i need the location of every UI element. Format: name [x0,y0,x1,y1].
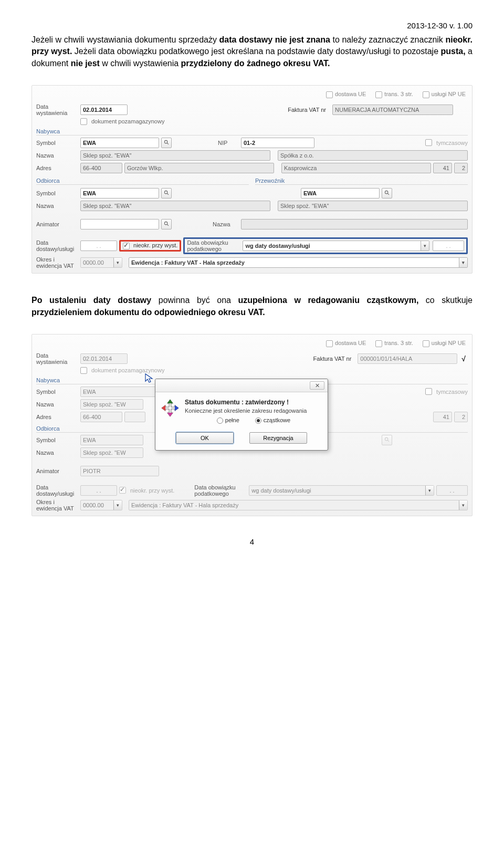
svg-point-2 [164,191,167,194]
chevron-down-icon [459,500,467,510]
t: usługi NP UE [432,91,466,97]
label-tymczasowy: tymczasowy [436,140,468,146]
move-arrows-icon [161,399,180,424]
combo-okres[interactable]: 0000.00 [80,257,122,268]
divider-4 [36,482,468,482]
field-faktura-nr[interactable]: NUMERACJA AUTOMATYCZNA [332,105,453,115]
chevron-down-icon [113,258,122,267]
search-button-disabled [382,435,392,445]
label-faktura: Faktura VAT nr [288,107,326,113]
section-przewoznik: Przewoźnik [255,177,468,185]
t: nieokr. przy wyst. [130,487,174,494]
t: 0000.00 [81,500,113,510]
checkbox-pozamagazynowy[interactable] [80,118,87,125]
svg-line-7 [167,225,169,226]
close-icon: ✕ [315,382,320,389]
field-data-dostawy[interactable]: . . [80,241,117,251]
field-symbol-przewoznik[interactable]: EWA [301,188,380,199]
t: Jeżeli w chwili wystawiania dokumentu sp… [32,35,219,44]
paragraph-2: Po ustaleniu daty dostawy powinna być on… [32,295,472,318]
svg-line-1 [167,143,169,145]
field-nazwa-od-2: Sklep spoż. "EW [80,447,143,458]
radio-pelne[interactable]: pełne [217,417,239,424]
field-date[interactable]: 02.01.2014 [80,105,128,115]
combo-okres-2: 0000.00 [80,500,122,510]
label-faktura-2: Faktura VAT nr [313,356,352,362]
checkbox-nieokr[interactable] [123,243,130,249]
checkbox-dostawa-ue-2[interactable] [326,340,333,347]
field-data-obow-2: . . [436,485,468,496]
field-nazwa-animator[interactable] [241,219,468,229]
field-nr2[interactable]: 2 [454,163,468,173]
t: wg daty dostawy/usługi [243,241,421,250]
combo-ewidencja[interactable]: Ewidencja : Faktury VAT - Hala sprzedaży [129,257,468,268]
t: Symbol [36,389,78,395]
svg-line-5 [387,194,389,195]
label-okres: Okres i ewidencja VAT [36,256,78,269]
field-ulica[interactable]: Kasprowicza [281,163,431,173]
svg-point-6 [164,222,167,225]
t: trans. 3 str. [384,91,413,97]
checkbox-trans-3str-2[interactable] [375,340,382,347]
field-kod[interactable]: 66-400 [80,163,122,173]
field-symbol-nabywca[interactable]: EWA [80,138,159,148]
field-nip[interactable]: 01-2 [241,138,314,148]
checkbox-uslugi-np-ue-2[interactable] [423,340,429,347]
field-nazwa-nabywca[interactable]: Sklep spoż. "EWA" [80,150,270,161]
search-button-nabywca[interactable] [161,138,172,148]
divider-3 [36,463,468,464]
t: powinna być ona [151,296,238,305]
search-button-odbiorca[interactable] [161,188,172,199]
checkbox-dostawa-ue[interactable] [326,91,333,98]
close-button[interactable]: ✕ [310,381,324,390]
t: pełne [225,417,239,423]
t: to należy zaznaczyć znacznik [330,35,446,44]
t: Nazwa [36,401,78,408]
field-miasto-2 [124,412,145,422]
ok-button[interactable]: OK [176,432,234,444]
label-symbol-od: Symbol [36,190,78,196]
cancel-button[interactable]: Rezygnacja [249,432,307,444]
label-data-dostawy: Data dostawy/usługi [36,239,78,252]
field-nazwa-odbiorca[interactable]: Sklep spoż. "EWA" [80,201,270,211]
checkbox-pozamag-2[interactable] [80,367,87,374]
label-nazwa-od: Nazwa [36,203,78,209]
label-adres: Adres [36,165,78,171]
combo-wgdaty-2: wg daty dostawy/usługi [249,485,434,496]
highlight-nieokr: nieokr. przy wyst. [119,240,181,252]
field-forma[interactable]: Spółka z o.o. [278,150,468,161]
combo-wg-daty[interactable]: wg daty dostawy/usługi [243,241,429,251]
t: Data obowiązku podatkowego [194,484,247,497]
t: pusta, [441,47,466,56]
label-pozamagazynowy: dokument pozamagazynowy [91,118,164,124]
t: uzupełniona w redagowaniu cząstkowym, [238,296,419,305]
top-flags-2: dostawa UE trans. 3 str. usługi NP UE [36,338,468,351]
search-button-animator[interactable] [161,219,172,229]
field-miasto[interactable]: Gorzów Wlkp. [124,163,274,173]
svg-marker-15 [162,405,165,411]
field-data-obowiazku[interactable]: . . [433,241,464,251]
search-button-przewoznik[interactable] [382,188,392,199]
field-kod-2: 66-400 [80,412,122,422]
field-animator-2: PIOTR [80,466,159,476]
checkbox-trans-3str[interactable] [375,91,382,98]
divider-2 [36,235,468,235]
checkbox-tymczasowy[interactable] [425,139,432,146]
svg-marker-13 [175,405,178,411]
chevron-down-icon [425,486,434,495]
label-nazwa: Nazwa [36,152,78,159]
section-odbiorca: Odbiorca [36,177,249,185]
radio-czastkowe[interactable]: cząstkowe [255,417,290,424]
t: Ewidencja : Faktury VAT - Hala sprzedaży [129,258,459,267]
label-data-wystawienia: Data wystawienia [36,103,78,116]
label-data-obowiazku: Data obowiązku podatkowego [187,239,239,252]
field-symbol-od-2: EWA [80,435,143,445]
field-nr1[interactable]: 41 [433,163,452,173]
field-nazwa-nab-2: Sklep spoż. "EW [80,399,143,410]
field-symbol-odbiorca[interactable]: EWA [80,188,159,199]
checkbox-uslugi-np-ue[interactable] [423,91,429,98]
svg-point-0 [164,141,167,144]
field-nr1-2: 41 [433,412,452,422]
field-nazwa-przewoznik[interactable]: Sklep spoż. "EWA" [278,201,468,211]
field-animator[interactable] [80,219,159,229]
